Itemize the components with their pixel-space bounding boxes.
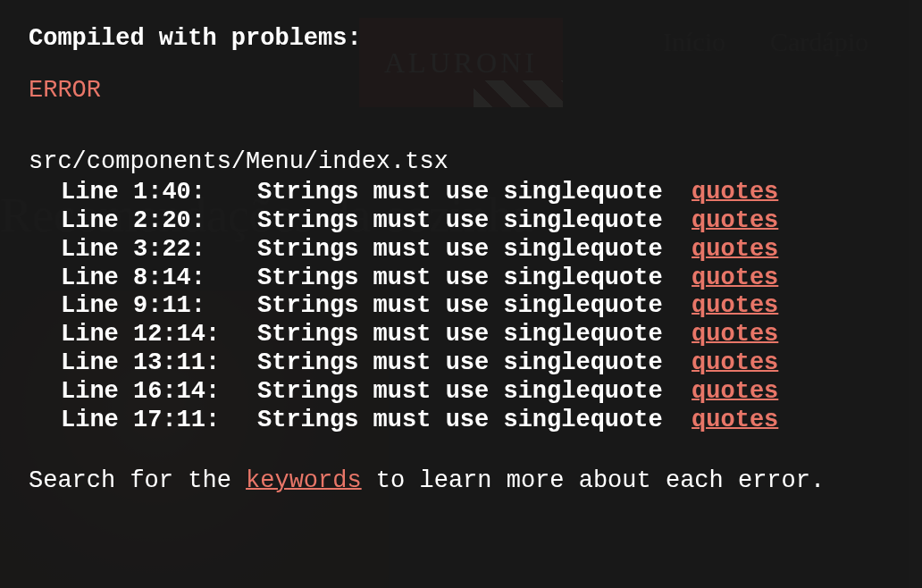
error-rule-link[interactable]: quotes [692,265,778,291]
error-line-location: Line 1:40: [61,179,257,207]
error-rule-link[interactable]: quotes [692,349,778,376]
error-line-message: Strings must use singlequote [257,179,692,206]
error-line: Line 2:20: Strings must use singlequote … [61,207,893,236]
error-line: Line 1:40: Strings must use singlequote … [61,179,893,207]
error-rule-link[interactable]: quotes [692,292,778,319]
error-overlay: Compiled with problems: ERROR src/compon… [0,0,922,588]
error-rule-link[interactable]: quotes [692,236,778,263]
error-line-message: Strings must use singlequote [257,349,692,376]
error-line: Line 17:11: Strings must use singlequote… [61,407,893,435]
error-line-message: Strings must use singlequote [257,378,692,405]
error-line-location: Line 2:20: [61,207,257,236]
keywords-link[interactable]: keywords [246,467,362,494]
error-line-message: Strings must use singlequote [257,236,692,263]
error-line-location: Line 16:14: [61,378,257,407]
error-line: Line 3:22: Strings must use singlequote … [61,236,893,265]
error-file-path: src/components/Menu/index.tsx [29,148,893,175]
error-rule-link[interactable]: quotes [692,378,778,405]
error-line: Line 13:11: Strings must use singlequote… [61,349,893,378]
error-line: Line 9:11: Strings must use singlequote … [61,292,893,321]
error-rule-link[interactable]: quotes [692,321,778,348]
error-line-location: Line 13:11: [61,349,257,378]
error-lines-container: Line 1:40: Strings must use singlequote … [29,179,893,435]
error-footer-prefix: Search for the [29,467,246,494]
error-rule-link[interactable]: quotes [692,207,778,234]
error-line-location: Line 12:14: [61,321,257,349]
error-line-location: Line 8:14: [61,265,257,293]
error-line-message: Strings must use singlequote [257,265,692,291]
error-footer-suffix: to learn more about each error. [362,467,825,494]
error-overlay-title: Compiled with problems: [29,25,893,52]
error-line: Line 8:14: Strings must use singlequote … [61,265,893,293]
error-line-location: Line 17:11: [61,407,257,435]
error-line-message: Strings must use singlequote [257,207,692,234]
error-rule-link[interactable]: quotes [692,407,778,433]
error-line-location: Line 9:11: [61,292,257,321]
error-rule-link[interactable]: quotes [692,179,778,206]
error-line-message: Strings must use singlequote [257,292,692,319]
error-line-message: Strings must use singlequote [257,407,692,433]
error-line: Line 16:14: Strings must use singlequote… [61,378,893,407]
error-line-location: Line 3:22: [61,236,257,265]
error-line: Line 12:14: Strings must use singlequote… [61,321,893,349]
error-label: ERROR [29,77,893,104]
error-footer: Search for the keywords to learn more ab… [29,467,893,494]
error-line-message: Strings must use singlequote [257,321,692,348]
